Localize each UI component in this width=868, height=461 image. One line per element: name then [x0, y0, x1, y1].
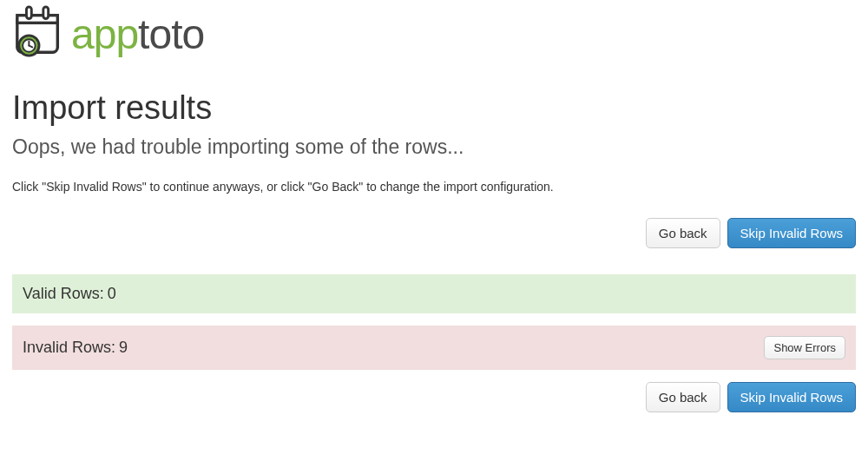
go-back-button[interactable]: Go back — [646, 218, 720, 248]
skip-invalid-rows-button-bottom[interactable]: Skip Invalid Rows — [727, 382, 856, 412]
svg-rect-3 — [43, 7, 49, 19]
invalid-rows-label: Invalid Rows: — [23, 339, 115, 357]
svg-rect-2 — [26, 7, 31, 19]
logo-text: apptoto — [71, 14, 204, 59]
page-title: Import results — [12, 90, 856, 127]
valid-rows-label-group: Valid Rows: 0 — [23, 285, 116, 303]
instructions-text: Click "Skip Invalid Rows" to continue an… — [12, 180, 856, 194]
svg-rect-1 — [17, 16, 58, 23]
valid-rows-label: Valid Rows: — [23, 285, 104, 303]
bottom-button-row: Go back Skip Invalid Rows — [12, 382, 856, 412]
page-subtitle: Oops, we had trouble importing some of t… — [12, 135, 856, 159]
invalid-rows-count: 9 — [119, 339, 128, 357]
go-back-button-bottom[interactable]: Go back — [646, 382, 720, 412]
apptoto-logo: apptoto — [12, 5, 204, 59]
invalid-rows-label-group: Invalid Rows: 9 — [23, 339, 128, 357]
top-button-row: Go back Skip Invalid Rows — [12, 218, 856, 248]
valid-rows-bar: Valid Rows: 0 — [12, 274, 856, 313]
skip-invalid-rows-button[interactable]: Skip Invalid Rows — [727, 218, 856, 248]
show-errors-button[interactable]: Show Errors — [764, 336, 845, 359]
valid-rows-count: 0 — [108, 285, 116, 303]
calendar-clock-icon — [12, 5, 66, 59]
results-section: Valid Rows: 0 Invalid Rows: 9 Show Error… — [12, 274, 856, 370]
logo-text-toto: toto — [138, 11, 204, 57]
invalid-rows-bar: Invalid Rows: 9 Show Errors — [12, 326, 856, 370]
logo-container: apptoto — [12, 0, 856, 66]
logo-text-app: app — [71, 11, 138, 57]
